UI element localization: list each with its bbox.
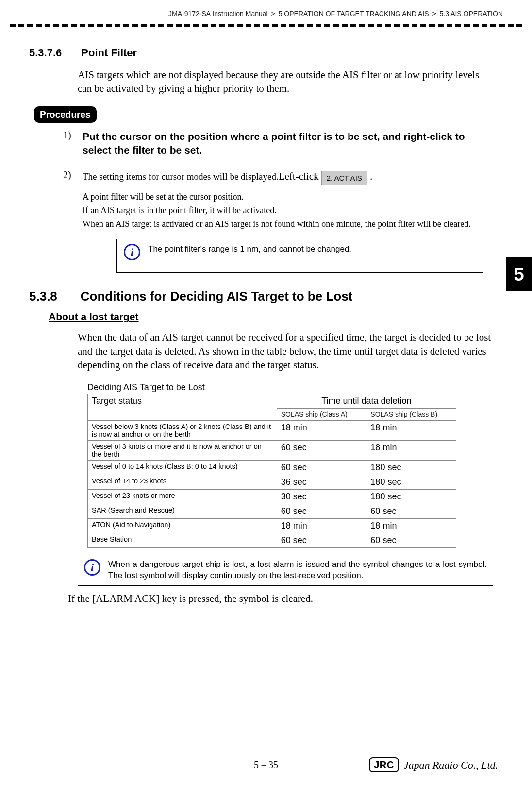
breadcrumb-sep: >: [271, 10, 275, 17]
step-text: Put the cursor on the position where a p…: [83, 130, 493, 157]
step-2-post: .: [367, 171, 373, 182]
table-row: Vessel of 23 knots or more30 sec180 sec: [88, 490, 456, 504]
table-row: Vessel of 14 to 23 knots36 sec180 sec: [88, 475, 456, 490]
table-row: SAR (Search and Rescue)60 sec60 sec: [88, 504, 456, 519]
info-box-1: i The point filter's range is 1 nm, and …: [116, 239, 483, 273]
step-2-pretext: The setting items for cursor modes will …: [83, 171, 279, 182]
act-ais-button[interactable]: 2. ACT AIS: [321, 171, 367, 185]
info-box-2: i When a dangerous target ship is lost, …: [78, 555, 493, 586]
section-title: Conditions for Deciding AIS Target to be…: [81, 289, 352, 304]
chapter-title: 5.OPERATION OF TARGET TRACKING AND AIS: [279, 10, 429, 17]
closing-paragraph: If the [ALARM ACK] key is pressed, the s…: [68, 592, 493, 605]
header-breadcrumb: JMA-9172-SA Instruction Manual > 5.OPERA…: [29, 0, 503, 21]
procedure-step-1: 1) Put the cursor on the position where …: [63, 130, 493, 157]
section-heading: 5.3.7.6 Point Filter: [29, 47, 503, 59]
col-header-status: Target status: [88, 394, 277, 421]
info-icon: i: [84, 559, 100, 576]
col-header-class-a: SOLAS ship (Class A): [277, 409, 366, 421]
section-paragraph: When the data of an AIS target cannot be…: [78, 330, 493, 372]
procedures-badge: Procedures: [34, 106, 97, 123]
step-2-para-2: If an AIS target is in the point filter,…: [83, 205, 493, 216]
page-footer: 5－35 JRC Japan Radio Co., Ltd.: [0, 757, 532, 772]
page-number: 5－35: [254, 758, 278, 771]
section-number: 5.3.7.6: [29, 47, 62, 59]
step-2-para-1: A point filter will be set at the cursor…: [83, 191, 493, 203]
subsection-heading: About a lost target: [49, 311, 503, 323]
breadcrumb-sep: >: [432, 10, 436, 17]
section-number: 5.3.8: [29, 289, 57, 304]
section-title: 5.3 AIS OPERATION: [440, 10, 503, 17]
step-2-action: Left-click: [279, 171, 321, 182]
step-number: 1): [63, 130, 83, 157]
lost-target-table: Target status Time until data deletion S…: [87, 394, 456, 548]
procedure-step-2: 2) The setting items for cursor modes wi…: [63, 170, 493, 185]
chapter-tab: 5: [506, 257, 532, 291]
company-name: Japan Radio Co., Ltd.: [404, 759, 498, 771]
table-row: ATON (Aid to Navigation)18 min18 min: [88, 519, 456, 533]
info-text: The point filter's range is 1 nm, and ca…: [148, 244, 351, 255]
table-row: Vessel below 3 knots (Class A) or 2 knot…: [88, 421, 456, 441]
info-icon: i: [124, 244, 140, 260]
table-row: Vessel of 0 to 14 knots (Class B: 0 to 1…: [88, 461, 456, 475]
table-caption: Deciding AIS Target to be Lost: [87, 382, 503, 393]
step-text: The setting items for cursor modes will …: [83, 170, 372, 185]
manual-title: JMA-9172-SA Instruction Manual: [168, 10, 268, 17]
footer-brand: JRC Japan Radio Co., Ltd.: [369, 757, 498, 772]
col-header-time: Time until data deletion: [277, 394, 456, 409]
section-heading: 5.3.8 Conditions for Deciding AIS Target…: [29, 289, 503, 304]
jrc-logo: JRC: [369, 757, 399, 772]
divider-dashed: [10, 24, 522, 27]
intro-paragraph: AIS targets which are not displayed beca…: [78, 68, 493, 96]
col-header-class-b: SOLAS ship (Class B): [366, 409, 456, 421]
table-row: Vessel of 3 knots or more and it is now …: [88, 441, 456, 461]
step-number: 2): [63, 170, 83, 185]
step-2-para-3: When an AIS target is activated or an AI…: [83, 218, 493, 230]
info-text: When a dangerous target ship is lost, a …: [108, 559, 487, 582]
table-row: Base Station60 sec60 sec: [88, 533, 456, 548]
section-title: Point Filter: [81, 47, 137, 59]
